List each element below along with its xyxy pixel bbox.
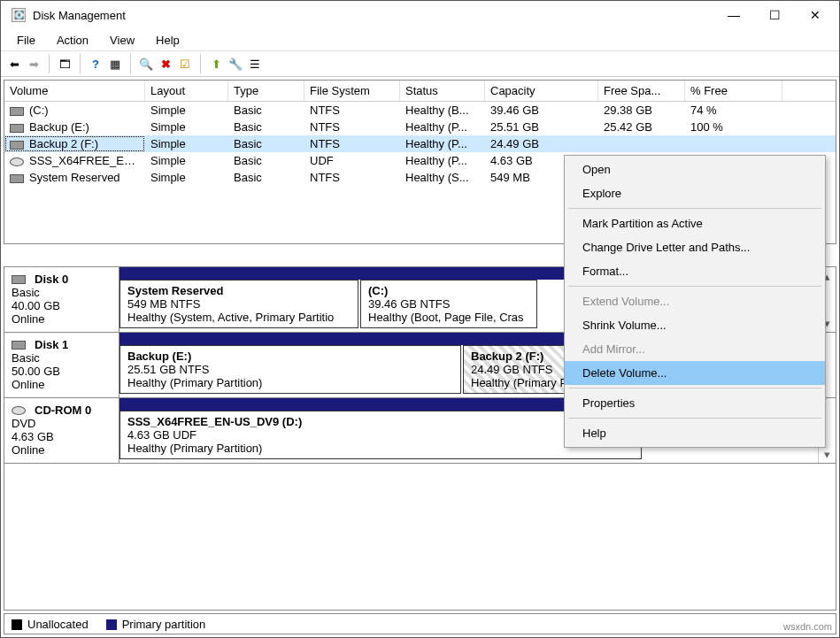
partition[interactable]: (C:)39.46 GB NTFSHealthy (Boot, Page Fil… xyxy=(360,280,537,328)
ctx-extend: Extend Volume... xyxy=(565,289,825,313)
col-status[interactable]: Status xyxy=(400,81,485,101)
legend: Unallocated Primary partition xyxy=(4,613,836,634)
col-type[interactable]: Type xyxy=(228,81,304,101)
ctx-properties[interactable]: Properties xyxy=(565,391,825,415)
context-menu: Open Explore Mark Partition as Active Ch… xyxy=(564,155,826,448)
toolbar: ⬅ ➡ 🗔 ? ▦ 🔍 ✖ ☑ ⬆ 🔧 ☰ xyxy=(1,50,839,77)
ctx-shrink[interactable]: Shrink Volume... xyxy=(565,313,825,337)
menu-help[interactable]: Help xyxy=(147,32,189,49)
menu-action[interactable]: Action xyxy=(48,32,97,49)
col-fs[interactable]: File System xyxy=(304,81,400,101)
up-icon[interactable]: ⬆ xyxy=(208,56,224,72)
menu-file[interactable]: File xyxy=(8,32,44,49)
ctx-change-letter[interactable]: Change Drive Letter and Paths... xyxy=(565,235,825,259)
forward-icon[interactable]: ➡ xyxy=(26,56,42,72)
watermark: wsxdn.com xyxy=(783,621,832,632)
partition[interactable]: Backup (E:)25.51 GB NTFSHealthy (Primary… xyxy=(119,345,461,394)
show-hide-icon[interactable]: 🗔 xyxy=(57,56,73,72)
ctx-format[interactable]: Format... xyxy=(565,259,825,283)
view-top-icon[interactable]: ▦ xyxy=(107,56,123,72)
partition[interactable]: System Reserved549 MB NTFSHealthy (Syste… xyxy=(119,280,358,328)
legend-unallocated: Unallocated xyxy=(12,618,89,631)
minimize-button[interactable]: — xyxy=(713,2,754,28)
col-pct[interactable]: % Free xyxy=(685,81,782,101)
menubar: File Action View Help xyxy=(1,29,839,50)
menu-view[interactable]: View xyxy=(101,32,143,49)
check-icon[interactable]: ☑ xyxy=(177,56,193,72)
disk-management-window: 💽 Disk Management — ☐ ✕ File Action View… xyxy=(0,0,840,638)
titlebar: 💽 Disk Management — ☐ ✕ xyxy=(1,1,839,29)
maximize-button[interactable]: ☐ xyxy=(754,2,795,28)
col-layout[interactable]: Layout xyxy=(145,81,228,101)
delete-icon[interactable]: ✖ xyxy=(158,56,173,72)
col-volume[interactable]: Volume xyxy=(4,81,145,101)
volume-row[interactable]: (C:)SimpleBasicNTFSHealthy (B...39.46 GB… xyxy=(4,102,836,119)
ctx-mirror: Add Mirror... xyxy=(565,337,825,361)
list-icon[interactable]: ☰ xyxy=(247,56,263,72)
ctx-help[interactable]: Help xyxy=(565,421,825,445)
app-icon: 💽 xyxy=(12,8,26,22)
legend-primary: Primary partition xyxy=(106,618,206,631)
ctx-open[interactable]: Open xyxy=(565,158,825,181)
window-title: Disk Management xyxy=(33,9,713,22)
volume-row[interactable]: Backup 2 (F:)SimpleBasicNTFSHealthy (P..… xyxy=(4,135,836,152)
col-free[interactable]: Free Spa... xyxy=(598,81,685,101)
ctx-explore[interactable]: Explore xyxy=(565,181,825,205)
back-icon[interactable]: ⬅ xyxy=(6,56,22,72)
column-headers: Volume Layout Type File System Status Ca… xyxy=(4,81,836,102)
ctx-delete-volume[interactable]: Delete Volume... xyxy=(565,361,825,385)
settings-icon[interactable]: 🔧 xyxy=(227,56,243,72)
volume-row[interactable]: Backup (E:)SimpleBasicNTFSHealthy (P...2… xyxy=(4,119,836,135)
help-icon[interactable]: ? xyxy=(88,56,104,72)
col-capacity[interactable]: Capacity xyxy=(485,81,598,101)
scroll-down-icon[interactable]: ▾ xyxy=(819,445,836,463)
close-button[interactable]: ✕ xyxy=(795,2,836,28)
ctx-mark-active[interactable]: Mark Partition as Active xyxy=(565,211,825,235)
scan-icon[interactable]: 🔍 xyxy=(138,56,154,72)
